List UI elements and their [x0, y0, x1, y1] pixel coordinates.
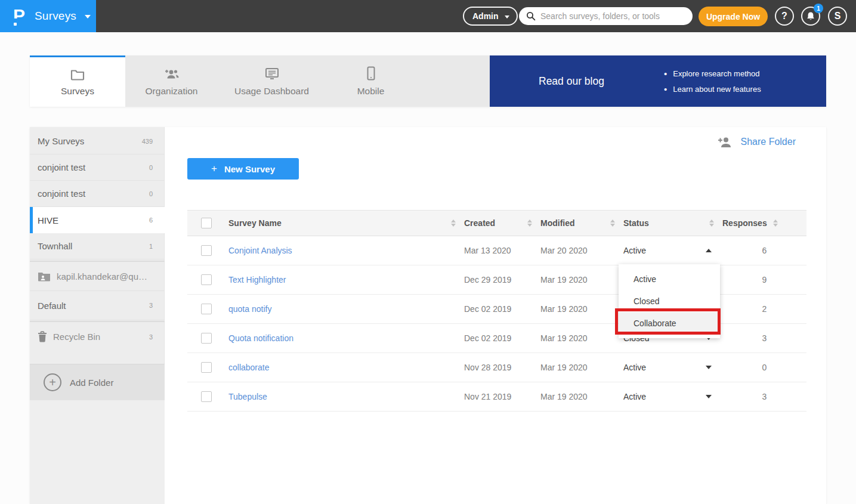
- status-dropdown-trigger[interactable]: Active: [623, 246, 722, 255]
- sidebar-item-conjoint-test-1[interactable]: conjoint test 0: [30, 154, 165, 181]
- sort-icon: [773, 219, 778, 227]
- row-checkbox[interactable]: [201, 304, 212, 314]
- responses-value: 6: [722, 246, 806, 255]
- add-folder-button[interactable]: + Add Folder: [30, 364, 165, 400]
- shared-folder-icon: [38, 271, 51, 282]
- status-option-closed[interactable]: Closed: [619, 290, 720, 312]
- folder-icon: [70, 66, 85, 81]
- survey-link[interactable]: Conjoint Analysis: [223, 246, 464, 255]
- column-header-modified[interactable]: Modified: [540, 218, 623, 228]
- status-option-active[interactable]: Active: [619, 268, 720, 290]
- row-checkbox[interactable]: [201, 333, 212, 344]
- column-header-status[interactable]: Status: [623, 218, 722, 228]
- row-checkbox[interactable]: [201, 274, 212, 285]
- folder-count: 3: [149, 302, 153, 309]
- survey-link[interactable]: Tubepulse: [223, 392, 464, 401]
- table-row: Conjoint Analysis Mar 13 2020 Mar 20 202…: [187, 236, 806, 265]
- created-value: Dec 02 2019: [464, 333, 540, 343]
- upgrade-now-button[interactable]: Upgrade Now: [699, 7, 768, 26]
- responses-value: 2: [722, 304, 806, 314]
- new-survey-label: New Survey: [224, 164, 275, 174]
- responses-value: 9: [722, 275, 806, 285]
- admin-dropdown[interactable]: Admin: [463, 7, 518, 26]
- sidebar-item-recycle-bin[interactable]: Recycle Bin 3: [30, 322, 165, 351]
- people-add-icon: [163, 66, 180, 81]
- tab-mobile[interactable]: Mobile: [326, 55, 416, 107]
- folder-count: 3: [149, 333, 153, 341]
- banner-bullet: Explore research method: [664, 69, 761, 79]
- bell-icon: [806, 11, 815, 21]
- plus-circle-icon: +: [44, 373, 61, 391]
- sidebar-item-my-surveys[interactable]: My Surveys 439: [30, 128, 165, 154]
- modified-value: Mar 19 2020: [540, 275, 623, 285]
- status-dropdown-trigger[interactable]: Active: [623, 363, 722, 372]
- tab-surveys[interactable]: Surveys: [30, 55, 125, 107]
- created-value: Nov 28 2019: [464, 363, 540, 372]
- banner-bullet: Learn about new features: [664, 84, 761, 94]
- folder-label: Default: [38, 301, 149, 311]
- survey-link[interactable]: Text Highlighter: [223, 275, 464, 285]
- survey-link[interactable]: collaborate: [223, 363, 464, 372]
- blog-banner[interactable]: Read our blog Explore research method Le…: [490, 55, 826, 107]
- sidebar-item-shared-account[interactable]: kapil.khandekar@que…: [30, 262, 165, 291]
- column-header-survey-name[interactable]: Survey Name: [223, 218, 464, 228]
- sort-icon: [527, 219, 532, 227]
- row-checkbox[interactable]: [201, 362, 212, 373]
- share-folder-button[interactable]: Share Folder: [717, 136, 796, 148]
- table-row: Tubepulse Nov 21 2019 Mar 19 2020 Active…: [187, 382, 806, 412]
- add-folder-label: Add Folder: [70, 378, 113, 388]
- select-all-checkbox[interactable]: [201, 218, 212, 228]
- column-label: Survey Name: [228, 218, 282, 228]
- status-dropdown-trigger[interactable]: Active: [623, 392, 722, 401]
- created-value: Dec 29 2019: [464, 275, 540, 285]
- status-option-collaborate[interactable]: Collaborate: [619, 312, 720, 334]
- tab-label: Usage Dashboard: [234, 86, 309, 97]
- dashboard-icon: [264, 66, 280, 81]
- tab-usage-dashboard[interactable]: Usage Dashboard: [218, 55, 326, 107]
- folder-count: 6: [149, 217, 153, 224]
- help-button[interactable]: ?: [775, 7, 794, 26]
- tab-label: Mobile: [357, 86, 385, 97]
- sort-icon: [610, 219, 615, 227]
- sort-icon: [709, 219, 714, 227]
- search-icon: [526, 11, 536, 21]
- trash-icon: [38, 331, 47, 342]
- created-value: Nov 21 2019: [464, 392, 540, 401]
- modified-value: Mar 19 2020: [540, 363, 623, 372]
- sidebar-empty-area: [30, 400, 165, 504]
- folder-label: Townhall: [38, 241, 149, 251]
- folder-count: 1: [149, 243, 153, 250]
- person-add-icon: [717, 136, 733, 148]
- sidebar-item-conjoint-test-2[interactable]: conjoint test 0: [30, 181, 165, 207]
- folder-label: conjoint test: [38, 188, 149, 199]
- search-input[interactable]: [540, 11, 685, 21]
- admin-dropdown-label: Admin: [472, 11, 499, 21]
- new-survey-button[interactable]: + New Survey: [187, 158, 299, 180]
- plus-icon: +: [211, 163, 217, 175]
- folder-label: HIVE: [38, 215, 149, 225]
- avatar[interactable]: S: [828, 7, 847, 26]
- column-header-responses[interactable]: Responses: [722, 218, 806, 228]
- folder-count: 0: [149, 164, 153, 171]
- banner-title: Read our blog: [539, 75, 604, 88]
- tab-label: Organization: [146, 86, 198, 97]
- column-label: Modified: [540, 218, 575, 228]
- survey-link[interactable]: quota notify: [223, 304, 464, 314]
- column-header-created[interactable]: Created: [464, 218, 540, 228]
- survey-link[interactable]: Quota notification: [223, 333, 464, 343]
- product-switcher-label: Surveys: [35, 10, 76, 23]
- sidebar-item-default[interactable]: Default 3: [30, 291, 165, 320]
- product-switcher[interactable]: P Surveys: [0, 0, 96, 32]
- status-value: Active: [623, 246, 646, 255]
- sidebar-item-hive[interactable]: HIVE 6: [30, 207, 165, 233]
- folder-label: Recycle Bin: [53, 332, 143, 342]
- sidebar-item-townhall[interactable]: Townhall 1: [30, 233, 165, 259]
- tab-organization[interactable]: Organization: [125, 55, 218, 107]
- row-checkbox[interactable]: [201, 391, 212, 402]
- chevron-down-icon: [85, 15, 91, 18]
- modified-value: Mar 19 2020: [540, 304, 623, 314]
- row-checkbox[interactable]: [201, 245, 212, 256]
- mobile-icon: [366, 66, 376, 81]
- modified-value: Mar 20 2020: [540, 246, 623, 255]
- chevron-down-icon: [706, 366, 712, 369]
